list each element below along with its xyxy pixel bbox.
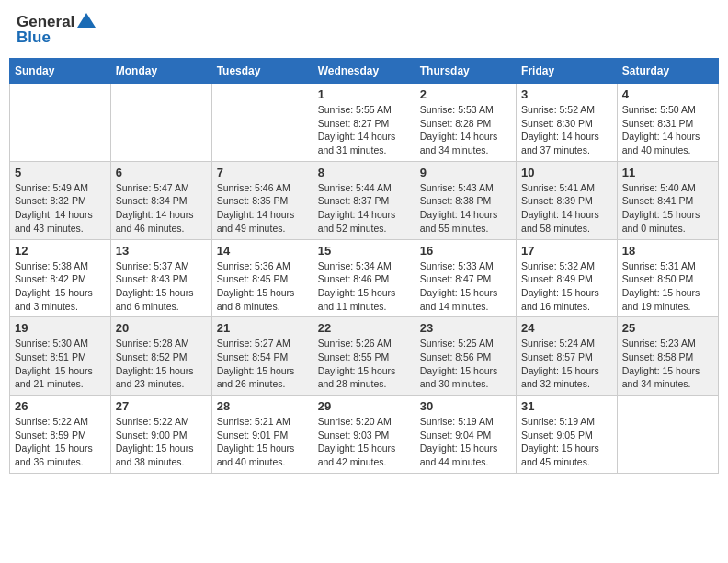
calendar-week-row: 1Sunrise: 5:55 AM Sunset: 8:27 PM Daylig… — [10, 84, 719, 162]
calendar-cell — [617, 396, 718, 474]
calendar-cell: 11Sunrise: 5:40 AM Sunset: 8:41 PM Dayli… — [617, 161, 718, 239]
day-info: Sunrise: 5:34 AM Sunset: 8:46 PM Dayligh… — [318, 259, 410, 314]
day-info: Sunrise: 5:23 AM Sunset: 8:58 PM Dayligh… — [622, 337, 713, 391]
day-number: 6 — [116, 166, 207, 179]
day-info: Sunrise: 5:22 AM Sunset: 8:59 PM Dayligh… — [15, 415, 106, 469]
day-number: 29 — [318, 399, 410, 413]
header-day-friday: Friday — [517, 59, 618, 84]
day-info: Sunrise: 5:19 AM Sunset: 9:05 PM Dayligh… — [521, 415, 612, 469]
calendar-week-row: 26Sunrise: 5:22 AM Sunset: 8:59 PM Dayli… — [10, 396, 719, 474]
header-day-saturday: Saturday — [617, 59, 718, 84]
day-number: 11 — [622, 166, 713, 179]
calendar-cell: 2Sunrise: 5:53 AM Sunset: 8:28 PM Daylig… — [415, 84, 516, 162]
day-info: Sunrise: 5:25 AM Sunset: 8:56 PM Dayligh… — [420, 337, 511, 391]
day-info: Sunrise: 5:55 AM Sunset: 8:27 PM Dayligh… — [318, 103, 410, 157]
calendar-cell: 23Sunrise: 5:25 AM Sunset: 8:56 PM Dayli… — [415, 317, 516, 396]
day-info: Sunrise: 5:53 AM Sunset: 8:28 PM Dayligh… — [420, 103, 511, 157]
day-number: 17 — [521, 244, 612, 258]
day-number: 1 — [318, 87, 410, 101]
logo: General Blue — [17, 13, 96, 47]
day-number: 28 — [217, 399, 308, 413]
day-number: 18 — [622, 244, 713, 258]
day-number: 15 — [318, 244, 410, 258]
day-number: 8 — [318, 166, 410, 179]
calendar-cell: 31Sunrise: 5:19 AM Sunset: 9:05 PM Dayli… — [517, 396, 618, 474]
calendar-cell: 6Sunrise: 5:47 AM Sunset: 8:34 PM Daylig… — [110, 161, 211, 239]
day-info: Sunrise: 5:26 AM Sunset: 8:55 PM Dayligh… — [318, 337, 410, 391]
day-info: Sunrise: 5:36 AM Sunset: 8:45 PM Dayligh… — [217, 259, 308, 314]
day-info: Sunrise: 5:33 AM Sunset: 8:47 PM Dayligh… — [420, 259, 511, 314]
calendar-cell: 30Sunrise: 5:19 AM Sunset: 9:04 PM Dayli… — [415, 396, 516, 474]
day-info: Sunrise: 5:44 AM Sunset: 8:37 PM Dayligh… — [318, 181, 410, 236]
calendar-cell: 21Sunrise: 5:27 AM Sunset: 8:54 PM Dayli… — [211, 317, 313, 396]
day-number: 7 — [217, 166, 308, 179]
day-number: 16 — [420, 244, 511, 258]
calendar-table: SundayMondayTuesdayWednesdayThursdayFrid… — [9, 58, 719, 474]
calendar-cell: 22Sunrise: 5:26 AM Sunset: 8:55 PM Dayli… — [313, 317, 415, 396]
calendar-week-row: 19Sunrise: 5:30 AM Sunset: 8:51 PM Dayli… — [10, 317, 719, 396]
calendar-cell: 5Sunrise: 5:49 AM Sunset: 8:32 PM Daylig… — [10, 161, 111, 239]
calendar-cell — [10, 84, 111, 162]
calendar-cell: 9Sunrise: 5:43 AM Sunset: 8:38 PM Daylig… — [415, 161, 516, 239]
day-info: Sunrise: 5:21 AM Sunset: 9:01 PM Dayligh… — [217, 415, 308, 469]
day-number: 4 — [622, 87, 713, 101]
logo-blue-text: Blue — [17, 29, 51, 47]
calendar-cell: 18Sunrise: 5:31 AM Sunset: 8:50 PM Dayli… — [617, 239, 718, 317]
day-number: 27 — [116, 399, 207, 413]
day-info: Sunrise: 5:50 AM Sunset: 8:31 PM Dayligh… — [622, 103, 713, 157]
day-info: Sunrise: 5:40 AM Sunset: 8:41 PM Dayligh… — [622, 181, 713, 236]
day-info: Sunrise: 5:22 AM Sunset: 9:00 PM Dayligh… — [116, 415, 207, 469]
header-day-monday: Monday — [110, 59, 211, 84]
day-number: 31 — [521, 399, 612, 413]
header-day-thursday: Thursday — [415, 59, 516, 84]
day-number: 10 — [521, 166, 612, 179]
calendar-cell: 4Sunrise: 5:50 AM Sunset: 8:31 PM Daylig… — [617, 84, 718, 162]
day-number: 25 — [622, 321, 713, 335]
calendar-header-row: SundayMondayTuesdayWednesdayThursdayFrid… — [10, 59, 719, 84]
day-number: 23 — [420, 321, 511, 335]
calendar-week-row: 5Sunrise: 5:49 AM Sunset: 8:32 PM Daylig… — [10, 161, 719, 239]
header-day-sunday: Sunday — [10, 59, 111, 84]
calendar-week-row: 12Sunrise: 5:38 AM Sunset: 8:42 PM Dayli… — [10, 239, 719, 317]
calendar-cell: 8Sunrise: 5:44 AM Sunset: 8:37 PM Daylig… — [313, 161, 415, 239]
calendar-cell: 27Sunrise: 5:22 AM Sunset: 9:00 PM Dayli… — [110, 396, 211, 474]
day-info: Sunrise: 5:37 AM Sunset: 8:43 PM Dayligh… — [116, 259, 207, 314]
day-number: 13 — [116, 244, 207, 258]
day-number: 24 — [521, 321, 612, 335]
day-number: 26 — [15, 399, 106, 413]
calendar-cell — [211, 84, 313, 162]
day-info: Sunrise: 5:20 AM Sunset: 9:03 PM Dayligh… — [318, 415, 410, 469]
calendar-cell: 29Sunrise: 5:20 AM Sunset: 9:03 PM Dayli… — [313, 396, 415, 474]
calendar-cell: 15Sunrise: 5:34 AM Sunset: 8:46 PM Dayli… — [313, 239, 415, 317]
calendar-cell: 1Sunrise: 5:55 AM Sunset: 8:27 PM Daylig… — [313, 84, 415, 162]
calendar-cell: 7Sunrise: 5:46 AM Sunset: 8:35 PM Daylig… — [211, 161, 313, 239]
day-number: 19 — [15, 321, 106, 335]
calendar-cell: 25Sunrise: 5:23 AM Sunset: 8:58 PM Dayli… — [617, 317, 718, 396]
calendar-cell: 13Sunrise: 5:37 AM Sunset: 8:43 PM Dayli… — [110, 239, 211, 317]
day-info: Sunrise: 5:28 AM Sunset: 8:52 PM Dayligh… — [116, 337, 207, 391]
day-info: Sunrise: 5:30 AM Sunset: 8:51 PM Dayligh… — [15, 337, 106, 391]
day-info: Sunrise: 5:27 AM Sunset: 8:54 PM Dayligh… — [217, 337, 308, 391]
day-info: Sunrise: 5:47 AM Sunset: 8:34 PM Dayligh… — [116, 181, 207, 236]
page-header: General Blue — [9, 9, 719, 51]
day-number: 14 — [217, 244, 308, 258]
calendar-cell: 28Sunrise: 5:21 AM Sunset: 9:01 PM Dayli… — [211, 396, 313, 474]
day-number: 5 — [15, 166, 106, 179]
day-number: 22 — [318, 321, 410, 335]
day-number: 30 — [420, 399, 511, 413]
day-info: Sunrise: 5:24 AM Sunset: 8:57 PM Dayligh… — [521, 337, 612, 391]
logo-triangle-icon — [77, 13, 96, 28]
day-info: Sunrise: 5:38 AM Sunset: 8:42 PM Dayligh… — [15, 259, 106, 314]
day-info: Sunrise: 5:41 AM Sunset: 8:39 PM Dayligh… — [521, 181, 612, 236]
day-number: 2 — [420, 87, 511, 101]
day-number: 21 — [217, 321, 308, 335]
day-info: Sunrise: 5:19 AM Sunset: 9:04 PM Dayligh… — [420, 415, 511, 469]
calendar-cell: 3Sunrise: 5:52 AM Sunset: 8:30 PM Daylig… — [517, 84, 618, 162]
header-day-wednesday: Wednesday — [313, 59, 415, 84]
calendar-cell: 24Sunrise: 5:24 AM Sunset: 8:57 PM Dayli… — [517, 317, 618, 396]
day-info: Sunrise: 5:46 AM Sunset: 8:35 PM Dayligh… — [217, 181, 308, 236]
day-info: Sunrise: 5:49 AM Sunset: 8:32 PM Dayligh… — [15, 181, 106, 236]
day-number: 9 — [420, 166, 511, 179]
day-info: Sunrise: 5:32 AM Sunset: 8:49 PM Dayligh… — [521, 259, 612, 314]
calendar-cell: 17Sunrise: 5:32 AM Sunset: 8:49 PM Dayli… — [517, 239, 618, 317]
